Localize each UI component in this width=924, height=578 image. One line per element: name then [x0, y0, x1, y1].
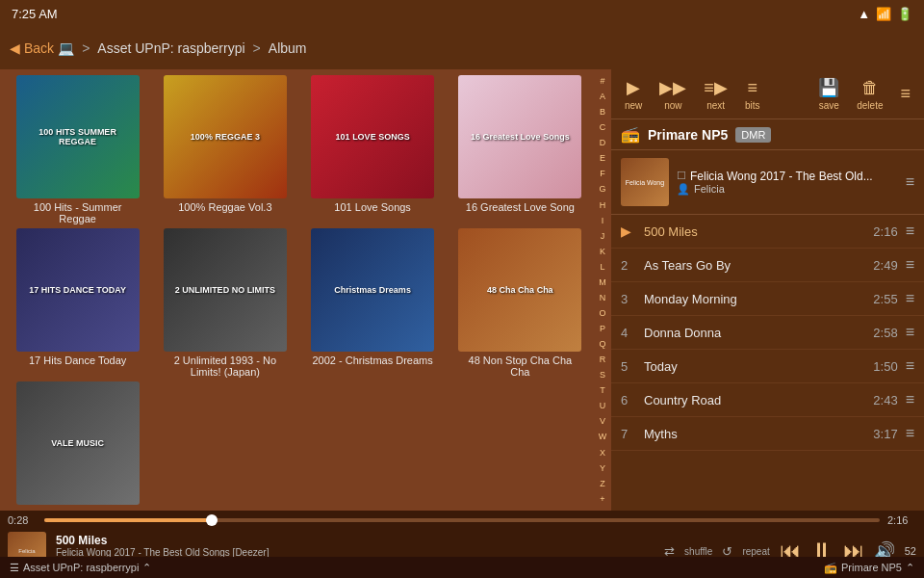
device-icon: 📻 — [621, 125, 640, 144]
back-button[interactable]: ◀ Back 💻 — [10, 40, 74, 56]
alpha-letter-H[interactable]: H — [600, 200, 606, 210]
album-label: 17 Hits Dance Today — [16, 355, 140, 366]
alpha-letter-K[interactable]: K — [600, 247, 605, 256]
track-menu-icon[interactable]: ≡ — [906, 324, 914, 341]
track-menu-icon[interactable]: ≡ — [906, 256, 914, 274]
alpha-letter-R[interactable]: R — [600, 355, 606, 364]
battery-icon: 🔋 — [897, 7, 912, 21]
track-row[interactable]: ▶ 500 Miles 2:16 ≡ — [611, 215, 924, 249]
track-duration: 3:17 — [873, 427, 897, 441]
track-num: 6 — [621, 393, 644, 407]
track-menu-icon[interactable]: ≡ — [906, 290, 914, 307]
track-name: Country Road — [644, 393, 873, 407]
alpha-letter-E[interactable]: E — [600, 153, 605, 163]
nav-path2[interactable]: Album — [269, 40, 307, 56]
alpha-letter-D[interactable]: D — [600, 138, 606, 147]
track-num: 5 — [621, 359, 644, 374]
track-menu-icon[interactable]: ≡ — [906, 425, 914, 442]
alpha-letter-A[interactable]: A — [600, 92, 605, 101]
alphabet-bar[interactable]: #ABCDEFGHIJKLMNOPQRSTUVWXYZ+ — [594, 69, 611, 511]
total-time: 2:16 — [887, 514, 916, 526]
alpha-letter-U[interactable]: U — [600, 401, 606, 410]
alpha-letter-I[interactable]: I — [602, 216, 604, 225]
nav-path1[interactable]: Asset UPnP: raspberrypi — [97, 40, 244, 56]
computer-icon: 💻 — [58, 40, 74, 56]
alpha-letter-W[interactable]: W — [599, 432, 607, 441]
play-icon: ▶ — [621, 223, 644, 239]
next-label: next — [706, 100, 725, 111]
track-menu-icon[interactable]: ≡ — [906, 223, 914, 240]
np-album-cover: Felicia Wong — [621, 158, 669, 206]
alpha-letter-C[interactable]: C — [600, 122, 606, 132]
back-label[interactable]: Back — [24, 40, 54, 56]
alpha-letter-J[interactable]: J — [601, 231, 605, 241]
track-row[interactable]: 6 Country Road 2:43 ≡ — [611, 383, 924, 417]
progress-track[interactable] — [44, 518, 880, 522]
progress-thumb[interactable] — [206, 514, 218, 526]
mini-title: 500 Miles — [56, 534, 654, 547]
now-button[interactable]: ▶▶ now — [654, 75, 692, 113]
track-num: 2 — [621, 258, 644, 273]
save-button[interactable]: 💾 save — [812, 75, 845, 113]
repeat-label: repeat — [742, 546, 769, 557]
delete-button[interactable]: 🗑 delete — [851, 76, 888, 113]
alpha-letter-S[interactable]: S — [600, 370, 605, 380]
alpha-letter-P[interactable]: P — [600, 324, 605, 333]
album-item-unlimited-1993[interactable]: 2 UNLIMITED NO LIMITS2 Unlimited 1993 - … — [153, 228, 296, 378]
now-playing-album: Felicia Wong ☐ Felicia Wong 2017 - The B… — [611, 150, 924, 215]
np-checkbox[interactable]: ☐ — [677, 170, 686, 182]
alpha-letter-Q[interactable]: Q — [599, 339, 605, 349]
album-label: 100% Reggae Vol.3 — [164, 201, 287, 213]
alpha-letter-L[interactable]: L — [600, 262, 604, 272]
track-row[interactable]: 4 Donna Donna 2:58 ≡ — [611, 316, 924, 350]
album-item-reggae-vol3[interactable]: 100% REGGAE 3100% Reggae Vol.3 — [153, 75, 296, 224]
hamburger-icon: ≡ — [900, 84, 911, 104]
album-item-yale-music[interactable]: VALE MUSIC — [6, 381, 149, 508]
track-duration: 2:49 — [873, 258, 897, 273]
album-cover-love-songs-101: 101 LOVE SONGS — [311, 75, 434, 198]
alpha-letter-T[interactable]: T — [600, 385, 605, 395]
album-cover-unlimited-1993: 2 UNLIMITED NO LIMITS — [164, 228, 287, 352]
source-device-icon: 📻 — [824, 562, 837, 574]
alpha-letter-B[interactable]: B — [600, 107, 605, 117]
alpha-letter-V[interactable]: V — [600, 416, 605, 426]
album-item-christmas-dreams[interactable]: Christmas Dreams2002 - Christmas Dreams — [301, 228, 445, 378]
next-button[interactable]: ≡▶ next — [698, 75, 733, 113]
track-menu-icon[interactable]: ≡ — [906, 357, 914, 375]
album-item-summer-reggae[interactable]: 100 HITS SUMMER REGGAE100 Hits - Summer … — [6, 75, 149, 224]
source-right-chevron: ⌃ — [906, 562, 914, 574]
alpha-letter-#[interactable]: # — [600, 76, 604, 86]
current-time: 0:28 — [8, 514, 37, 526]
album-item-greatest-love[interactable]: 16 Greatest Love Songs16 Greatest Love S… — [449, 75, 592, 224]
alpha-letter-Z[interactable]: Z — [600, 479, 605, 488]
album-browser: 100 HITS SUMMER REGGAE100 Hits - Summer … — [0, 69, 611, 511]
album-item-cha-cha[interactable]: 48 Cha Cha Cha48 Non Stop Cha Cha Cha — [449, 228, 592, 378]
alpha-letter-+[interactable]: + — [600, 494, 604, 504]
album-item-love-songs-101[interactable]: 101 LOVE SONGS101 Love Songs — [301, 75, 445, 224]
menu-button[interactable]: ≡ — [894, 82, 916, 106]
alpha-letter-O[interactable]: O — [599, 308, 605, 318]
alpha-letter-Y[interactable]: Y — [600, 463, 605, 473]
np-menu-icon[interactable]: ≡ — [906, 173, 914, 191]
track-name: 500 Miles — [644, 224, 873, 239]
alpha-letter-M[interactable]: M — [599, 277, 606, 287]
alpha-letter-X[interactable]: X — [600, 448, 605, 458]
source-device-text[interactable]: Primare NP5 — [841, 562, 902, 573]
new-button[interactable]: ▶ new — [619, 75, 648, 113]
album-item-dance-today[interactable]: 17 HITS DANCE TODAY17 Hits Dance Today — [6, 228, 149, 378]
volume-level: 52 — [905, 545, 916, 557]
delete-icon: 🗑 — [861, 78, 879, 98]
track-row[interactable]: 3 Monday Morning 2:55 ≡ — [611, 282, 924, 316]
track-row[interactable]: 5 Today 1:50 ≡ — [611, 350, 924, 383]
track-row[interactable]: 2 As Tears Go By 2:49 ≡ — [611, 249, 924, 282]
bits-button[interactable]: ≡ bits — [739, 76, 766, 113]
progress-bar-container: 0:28 2:16 — [0, 511, 924, 528]
source-chevron: ⌃ — [142, 562, 151, 574]
source-text[interactable]: Asset UPnP: raspberrypi — [23, 562, 139, 573]
track-row[interactable]: 7 Myths 3:17 ≡ — [611, 417, 924, 451]
track-menu-icon[interactable]: ≡ — [906, 391, 914, 408]
alpha-letter-N[interactable]: N — [600, 293, 606, 302]
album-label: 100 Hits - Summer Reggae — [16, 201, 140, 224]
alpha-letter-F[interactable]: F — [600, 169, 605, 178]
alpha-letter-G[interactable]: G — [599, 184, 605, 194]
